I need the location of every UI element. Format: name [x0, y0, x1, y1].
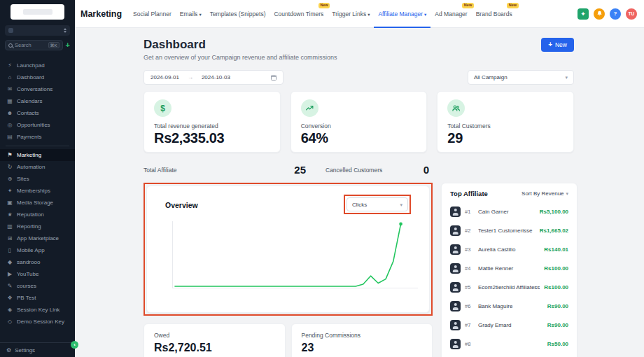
new-badge: New [507, 3, 518, 9]
chart-plot-area [172, 221, 418, 288]
overview-line-svg [173, 221, 418, 288]
sidebar-item[interactable]: ▣ Media Storage [0, 197, 75, 209]
annotation-highlight-chart: Overview Clicks [144, 183, 433, 316]
stat-card-revenue: $ Total revenue generated Rs2,335.03 [144, 91, 281, 153]
search-icon [8, 43, 13, 48]
stat-card-owed: Owed Rs2,720.51 [144, 323, 286, 357]
topbar-tab[interactable]: Trigger Links [328, 0, 374, 28]
account-switcher[interactable] [5, 25, 70, 36]
sidebar-item[interactable]: ❖ PB Test [0, 292, 75, 304]
location-icon [8, 28, 13, 33]
affiliate-row[interactable]: #1 Cain Garner Rs5,100.00 [450, 202, 568, 221]
cancelled-customers-label: Cancelled Customers [326, 167, 382, 174]
user-avatar-icon [450, 206, 461, 217]
sidebar-item-label: Mobile App [17, 247, 45, 253]
campaign-filter-select[interactable]: All Campaign [468, 70, 574, 85]
topbar-tab[interactable]: Brand Boards New [472, 0, 517, 28]
sidebar-item[interactable]: ⌂ Dashboard [0, 71, 75, 83]
help-icon[interactable]: ? [610, 8, 621, 20]
date-range-picker[interactable]: 2024-09-01 → 2024-10-03 [144, 70, 284, 85]
affiliate-name: Tester1 Customerisse [478, 227, 536, 234]
sidebar-item[interactable]: ◆ sandrooo [0, 256, 75, 268]
sidebar-item[interactable]: ◇ Demo Session Key [0, 316, 75, 328]
sidebar-item[interactable]: ☻ Contacts [0, 107, 75, 119]
affiliate-row[interactable]: #2 Tester1 Customerisse Rs1,665.02 [450, 221, 568, 240]
divider [6, 146, 69, 146]
custom-link-icon: ❖ [6, 295, 13, 301]
affiliate-rank: #6 [465, 303, 474, 309]
sidebar-item-label: Payments [17, 134, 42, 140]
affiliate-row[interactable]: #3 Aurelia Castillo Rs140.01 [450, 240, 568, 259]
agency-logo [10, 4, 64, 20]
sidebar-search[interactable]: ⌘K [5, 40, 63, 50]
stat-value: 29 [447, 130, 564, 146]
tab-label: Countdown Timers [274, 10, 323, 18]
stat-value: 23 [302, 342, 423, 354]
sidebar-item[interactable]: ▯ Mobile App [0, 244, 75, 256]
sidebar-item[interactable]: ✦ Memberships [0, 185, 75, 197]
stat-label: Pending Commissions [302, 332, 423, 339]
sidebar-item[interactable]: ▶ YouTube [0, 268, 75, 280]
affiliate-row[interactable]: #6 Bank Maguire Rs90.00 [450, 297, 568, 316]
date-start: 2024-09-01 [150, 74, 179, 80]
sidebar-item[interactable]: ⊞ App Marketplace [0, 232, 75, 244]
chevron-down-icon [566, 190, 569, 197]
sidebar-item[interactable]: ✉ Conversations [0, 83, 75, 95]
sidebar-item[interactable]: ▤ Payments [0, 131, 75, 143]
affiliate-rank: #5 [465, 284, 474, 290]
sidebar-item[interactable]: ⚡ Launchpad [0, 59, 75, 71]
user-avatar-icon [450, 263, 461, 274]
total-affiliate-label: Total Affiliate [144, 167, 177, 174]
date-end: 2024-10-03 [202, 74, 230, 80]
sidebar-item[interactable]: ✎ courses [0, 280, 75, 292]
page-subtitle: Get an overview of your Campaign revenue… [144, 54, 337, 61]
sort-label: Sort By Revenue [522, 190, 564, 197]
opportunities-icon: ◎ [6, 122, 13, 128]
topbar-tab[interactable]: Ad Manager New [430, 0, 471, 28]
user-avatar[interactable]: TU [626, 8, 637, 20]
sidebar-item[interactable]: ⊕ Sites [0, 173, 75, 185]
topbar-tabs: Social Planner Emails Templates (Snippet… [129, 0, 517, 28]
affiliate-row[interactable]: #8 Rs50.00 [450, 335, 568, 354]
topbar-tab[interactable]: Countdown Timers New [270, 0, 328, 28]
quick-add-button[interactable]: + [66, 41, 70, 49]
sidebar-item-settings[interactable]: ⚙ Settings [0, 342, 75, 357]
topbar: Marketing Social Planner Emails Template… [75, 0, 644, 28]
sidebar-item[interactable]: ◎ Opportunities [0, 119, 75, 131]
sidebar-item[interactable]: ▦ Calendars [0, 95, 75, 107]
sidebar-item[interactable]: ⚑ Marketing [0, 149, 75, 161]
affiliate-row[interactable]: #7 Grady Emard Rs90.00 [450, 316, 568, 335]
dashboard-content: Dashboard Get an overview of your Campai… [75, 28, 644, 357]
globe-icon: ⊕ [6, 176, 13, 182]
topbar-tab[interactable]: Social Planner [129, 0, 176, 28]
stat-label: Total Customers [447, 122, 564, 130]
topbar-tab[interactable]: Emails [176, 0, 206, 28]
sidebar-item[interactable]: ↻ Automation [0, 161, 75, 173]
stat-card-pending-commissions: Pending Commissions 23 [291, 323, 433, 357]
new-button[interactable]: + New [541, 38, 574, 52]
plus-icon: + [548, 41, 552, 48]
user-avatar-icon [450, 244, 461, 255]
affiliate-name: Mattie Renner [478, 265, 540, 272]
stat-label: Total revenue generated [154, 122, 270, 130]
calendar-icon: ▦ [6, 98, 13, 104]
affiliate-row[interactable]: #4 Mattie Renner Rs100.00 [450, 259, 568, 278]
tab-label: Templates (Snippets) [210, 10, 266, 18]
chevron-down-icon [565, 74, 568, 80]
sidebar-item[interactable]: ◈ Session Key Link [0, 304, 75, 316]
topbar-tab[interactable]: Templates (Snippets) [206, 0, 270, 28]
notifications-bell-icon[interactable] [594, 8, 605, 20]
topbar-tab[interactable]: Affiliate Manager [374, 0, 430, 28]
chart-metric-value: Clicks [352, 202, 367, 208]
sidebar-item[interactable]: ▥ Reporting [0, 220, 75, 232]
sort-by-revenue-dropdown[interactable]: Sort By Revenue [522, 190, 568, 197]
user-avatar-icon [450, 225, 461, 236]
search-input[interactable] [15, 42, 46, 48]
chart-metric-select[interactable]: Clicks [346, 197, 408, 211]
quick-actions-icon[interactable]: ✦ [578, 8, 589, 20]
sidebar-collapse-button[interactable]: ‹ [71, 341, 78, 349]
key-icon: ◇ [6, 318, 13, 325]
sidebar-item[interactable]: ★ Reputation [0, 209, 75, 220]
chevron-down-icon [197, 10, 201, 18]
affiliate-row[interactable]: #5 Ecom2tierchild Affiliatess Rs100.00 [450, 278, 568, 297]
